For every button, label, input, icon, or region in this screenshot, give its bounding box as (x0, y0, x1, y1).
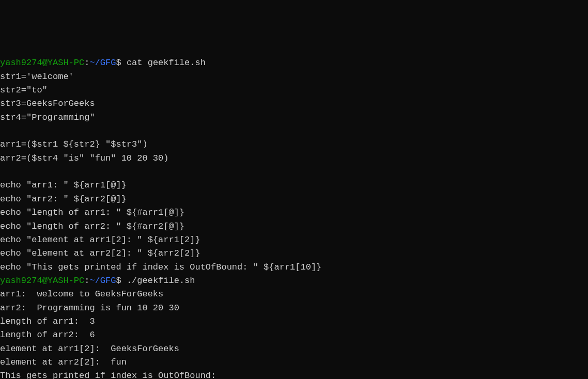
file-line-1: str1='welcome' (0, 72, 74, 82)
prompt-line-1: yash9274@YASH-PC:~/GFG$ cat geekfile.sh (0, 58, 206, 68)
prompt-dir: GFG (100, 276, 116, 286)
prompt-colon: : (84, 276, 89, 286)
file-line-6: arr1=($str1 ${str2} "$str3") (0, 139, 148, 149)
file-line-3: str3=GeeksForGeeks (0, 99, 95, 108)
output-line-7: This gets printed if index is OutOfBound… (0, 371, 216, 379)
file-line-11: echo "length of arr1: " ${#arr1[@]} (0, 208, 184, 217)
prompt-slash: / (95, 58, 100, 68)
prompt-host: YASH-PC (48, 58, 84, 68)
prompt-slash: / (95, 276, 100, 286)
prompt-at: @ (42, 58, 48, 68)
file-line-13: echo "element at arr1[2]: " ${arr1[2]} (0, 235, 200, 245)
terminal[interactable]: yash9274@YASH-PC:~/GFG$ cat geekfile.sh … (0, 56, 588, 379)
file-line-9: echo "arr1: " ${arr1[@]} (0, 180, 127, 190)
file-line-7: arr2=($str4 "is" "fun" 10 20 30) (0, 153, 168, 163)
output-line-3: length of arr1: 3 (0, 317, 95, 326)
output-line-5: element at arr1[2]: GeeksForGeeks (0, 344, 179, 354)
prompt-dollar: $ (116, 58, 121, 68)
file-line-2: str2="to" (0, 85, 48, 95)
command-1: cat geekfile.sh (127, 58, 206, 68)
prompt-colon: : (84, 58, 89, 68)
file-line-10: echo "arr2: " ${arr2[@]} (0, 194, 127, 204)
output-line-1: arr1: welcome to GeeksForGeeks (0, 289, 163, 299)
command-2: ./geekfile.sh (127, 276, 195, 286)
prompt-dollar: $ (116, 276, 121, 286)
output-line-4: length of arr2: 6 (0, 330, 95, 340)
prompt-at: @ (42, 276, 48, 286)
file-line-12: echo "length of arr2: " ${#arr2[@]} (0, 222, 184, 231)
file-line-4: str4="Programming" (0, 113, 95, 122)
prompt-dir: GFG (100, 58, 116, 68)
output-line-6: element at arr2[2]: fun (0, 357, 127, 367)
file-line-15: echo "This gets printed if index is OutO… (0, 262, 321, 272)
prompt-user: yash9274 (0, 58, 42, 68)
prompt-line-2: yash9274@YASH-PC:~/GFG$ ./geekfile.sh (0, 276, 195, 286)
prompt-tilde: ~ (89, 58, 95, 68)
output-line-2: arr2: Programming is fun 10 20 30 (0, 303, 179, 313)
prompt-tilde: ~ (89, 276, 95, 286)
prompt-host: YASH-PC (48, 276, 84, 286)
prompt-user: yash9274 (0, 276, 42, 286)
file-line-14: echo "element at arr2[2]: " ${arr2[2]} (0, 248, 200, 258)
